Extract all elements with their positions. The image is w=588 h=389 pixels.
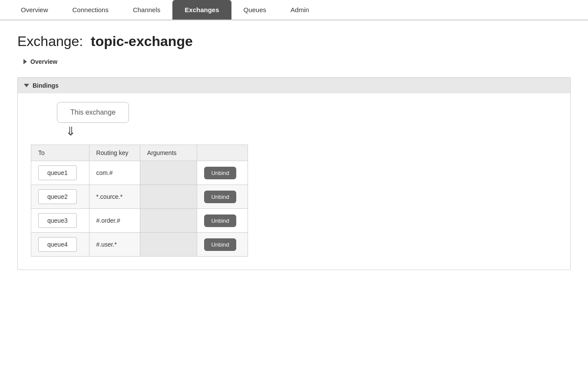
table-row: queue1com.#Unbind [31,161,248,185]
overview-section-header[interactable]: Overview [17,55,571,69]
bindings-table-header: To Routing key Arguments [31,145,248,161]
bindings-table: To Routing key Arguments queue1com.#Unbi… [31,145,248,257]
down-arrows-icon: ⇓ [66,125,76,138]
queue-cell: queue3 [31,209,89,233]
bindings-label: Bindings [33,82,59,89]
col-to: To [31,145,89,161]
queue-label: queue3 [38,213,77,228]
nav-item-overview[interactable]: Overview [9,0,60,20]
exchange-box: This exchange [57,102,129,123]
page-title-name: topic-exchange [91,33,193,49]
arguments-cell [140,233,197,257]
routing-key-cell: #.order.# [89,209,140,233]
routing-key-cell: com.# [89,161,140,185]
col-action [197,145,248,161]
unbind-button[interactable]: Unbind [204,214,236,227]
unbind-button[interactable]: Unbind [204,238,236,251]
exchange-flow: This exchange ⇓ [57,102,557,138]
page-title: Exchange: topic-exchange [17,33,571,49]
action-cell: Unbind [197,185,248,209]
arguments-cell [140,185,197,209]
queue-label: queue1 [38,165,77,180]
queue-cell: queue2 [31,185,89,209]
nav-item-channels[interactable]: Channels [121,0,172,20]
overview-arrow-icon [23,59,27,64]
table-row: queue3#.order.#Unbind [31,209,248,233]
action-cell: Unbind [197,161,248,185]
bindings-section-header[interactable]: Bindings [18,78,570,93]
action-cell: Unbind [197,233,248,257]
overview-label: Overview [30,58,57,65]
nav-bar: OverviewConnectionsChannelsExchangesQueu… [0,0,588,20]
queue-cell: queue1 [31,161,89,185]
page-content: Exchange: topic-exchange Overview Bindin… [0,20,588,283]
queue-cell: queue4 [31,233,89,257]
bindings-body: This exchange ⇓ To Routing key Arguments… [18,93,570,270]
queue-label: queue2 [38,189,77,204]
unbind-button[interactable]: Unbind [204,191,236,203]
queue-label: queue4 [38,237,77,252]
bindings-table-body: queue1com.#Unbindqueue2*.cource.*Unbindq… [31,161,248,257]
col-routing-key: Routing key [89,145,140,161]
routing-key-cell: *.cource.* [89,185,140,209]
arguments-cell [140,209,197,233]
page-title-prefix: Exchange: [17,33,83,49]
nav-item-admin[interactable]: Admin [278,0,321,20]
bindings-section: Bindings This exchange ⇓ To Routing key … [17,77,571,270]
unbind-button[interactable]: Unbind [204,167,236,179]
exchange-box-label: This exchange [70,109,116,116]
bindings-arrow-icon [24,84,29,87]
table-row: queue4#.user.*Unbind [31,233,248,257]
nav-item-exchanges[interactable]: Exchanges [172,0,231,20]
col-arguments: Arguments [140,145,197,161]
table-row: queue2*.cource.*Unbind [31,185,248,209]
arguments-cell [140,161,197,185]
nav-item-queues[interactable]: Queues [231,0,279,20]
nav-item-connections[interactable]: Connections [60,0,121,20]
routing-key-cell: #.user.* [89,233,140,257]
action-cell: Unbind [197,209,248,233]
